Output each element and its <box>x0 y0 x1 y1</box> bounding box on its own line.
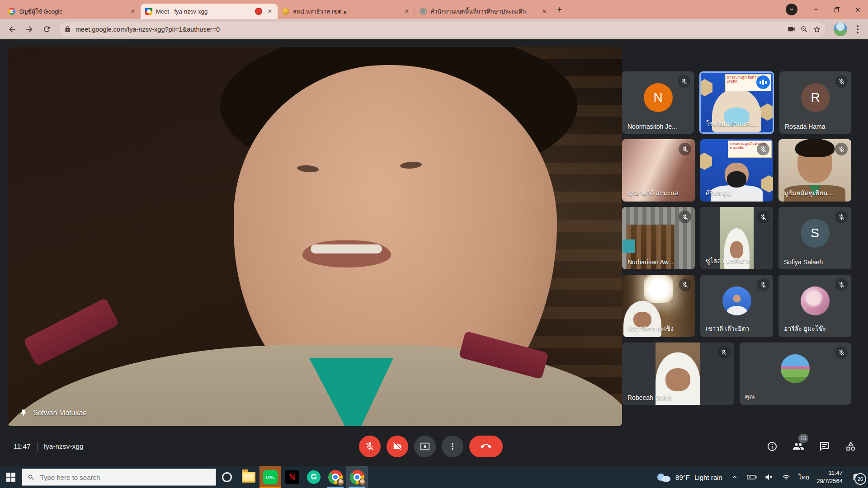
mic-off-icon <box>679 211 691 223</box>
weather-temp: 89°F <box>675 474 690 481</box>
grammarly-button[interactable]: G <box>303 466 325 488</box>
tab-close-icon[interactable] <box>129 7 137 15</box>
back-button[interactable] <box>5 22 20 37</box>
restore-button[interactable] <box>826 0 847 19</box>
participant-tile[interactable]: การอบรมลูกเสือต้านภัยยาเสพติด ศิริพร ยูน… <box>700 139 773 202</box>
battery-icon[interactable] <box>747 472 757 482</box>
meet-favicon <box>145 8 152 15</box>
tab-education-area-office[interactable]: สำนักงานเขตพื้นที่การศึกษาประถมศึก <box>415 4 552 19</box>
mic-toggle-button[interactable] <box>359 436 381 457</box>
mic-off-icon <box>835 346 848 359</box>
participant-name: คุณ <box>745 391 847 401</box>
bookmark-star-icon[interactable] <box>813 25 821 33</box>
clock-time: 11:47 <box>816 469 843 477</box>
chrome-button-active[interactable] <box>346 466 368 488</box>
cortana-button[interactable] <box>216 466 238 488</box>
participant-tile[interactable]: คุณ <box>740 343 852 405</box>
tab-close-icon[interactable] <box>403 7 411 15</box>
participant-name: ซูไฮลา มะดีเยาะ <box>706 256 769 266</box>
new-tab-button[interactable] <box>552 0 567 19</box>
notification-center-button[interactable]: 20 <box>850 471 863 483</box>
tray-expand-button[interactable] <box>730 472 740 482</box>
taskbar-weather[interactable]: 89°F Light rain <box>656 473 722 482</box>
tab-close-icon[interactable] <box>266 7 274 15</box>
participant-tile[interactable]: การอบรมลูกเสือต้านภัยยาเสพติด โรงเรียนบ้… <box>699 71 774 134</box>
participant-tile[interactable]: เชาวลี เล๊าะยีตา <box>700 275 773 337</box>
tab-close-icon[interactable] <box>540 7 548 15</box>
meeting-details-button[interactable] <box>766 440 778 453</box>
address-bar[interactable]: meet.google.com/fya-nzsv-xgg?pli=1&authu… <box>60 22 826 37</box>
participant-tile[interactable]: Robeeah Doloh <box>622 343 734 405</box>
tab-meet[interactable]: Meet - fya-nzsv-xgg <box>141 4 278 19</box>
participants-button[interactable]: 15 <box>792 440 805 453</box>
camera-in-use-icon[interactable] <box>787 25 796 33</box>
tab-title: บัญชีผู้ใช้ Google <box>19 7 125 16</box>
netflix-button[interactable]: N <box>281 466 303 488</box>
tab-google-account[interactable]: บัญชีผู้ใช้ Google <box>4 4 141 19</box>
taskbar-search[interactable] <box>22 469 216 486</box>
participant-tile[interactable]: นุรฮายาตี สะมะแอ <box>622 139 695 202</box>
mic-off-icon <box>757 211 769 223</box>
mic-off-icon <box>678 75 690 88</box>
taskbar-clock[interactable]: 11:47 29/7/2564 <box>816 469 843 485</box>
participant-tile[interactable]: N Noormasitoh Je... <box>622 71 694 134</box>
mic-off-icon <box>757 278 769 291</box>
zoom-icon[interactable] <box>800 25 808 33</box>
participant-tile[interactable]: S Sofiya Salaeh <box>778 207 851 269</box>
search-input[interactable] <box>39 473 210 482</box>
end-call-button[interactable] <box>469 436 503 457</box>
profile-avatar[interactable] <box>834 23 847 36</box>
grammarly-icon: G <box>307 470 321 484</box>
minimize-button[interactable] <box>806 0 826 19</box>
volume-muted-icon[interactable] <box>764 472 774 482</box>
media-control-button[interactable] <box>786 4 797 15</box>
camera-toggle-button[interactable] <box>387 436 408 457</box>
reload-button[interactable] <box>39 22 54 37</box>
avatar <box>801 286 830 315</box>
participant-name: Rosada Hama <box>785 123 847 130</box>
participant-name: สีตีอาทิตา มะเซ็ง <box>627 324 690 333</box>
participant-name: นุรฮายาตี สะมะแอ <box>627 188 690 198</box>
more-options-button[interactable] <box>442 436 463 457</box>
tab-title: สพป.นราธิวาส เขต ๑ <box>293 7 399 16</box>
language-indicator[interactable]: ไทย <box>798 472 809 482</box>
tab-title: สำนักงานเขตพื้นที่การศึกษาประถมศึก <box>430 7 537 16</box>
netflix-icon: N <box>285 470 299 484</box>
wifi-icon[interactable] <box>781 472 791 482</box>
lock-icon[interactable] <box>64 26 71 33</box>
line-app-button[interactable]: LINE <box>259 466 281 488</box>
mic-off-icon <box>679 278 691 291</box>
meeting-code: fya-nzsv-xgg <box>44 442 84 450</box>
tab-sapon-narathiwat[interactable]: สพป.นราธิวาส เขต ๑ <box>278 4 415 19</box>
google-favicon <box>8 8 15 15</box>
mic-off-icon <box>679 143 691 155</box>
browser-menu-button[interactable] <box>852 23 863 36</box>
participant-tile[interactable]: อารีล๊ะ ยูมะโซ๊ะ <box>778 275 851 337</box>
participant-name: โรงเรียนบ้านแคน... <box>706 119 768 129</box>
participant-tile[interactable]: R Rosada Hama <box>779 71 851 134</box>
windows-taskbar: LINE N G 89°F Light rain <box>0 466 868 488</box>
participant-name: Robeeah Doloh <box>627 394 730 401</box>
participant-name: เชาวลี เล๊าะยีตา <box>706 324 769 333</box>
chrome-button[interactable] <box>325 466 346 488</box>
participant-name: Noormasitoh Je... <box>627 123 689 130</box>
participant-tile[interactable]: Nurharisan Aw... <box>622 207 695 269</box>
participant-name: ศิริพร ยูนุ <box>706 188 769 198</box>
folder-icon <box>242 472 255 483</box>
main-video-tile[interactable]: Sofwan Matukae <box>8 47 622 426</box>
browser-tab-strip: บัญชีผู้ใช้ Google Meet - fya-nzsv-xgg ส… <box>0 0 868 19</box>
participant-tile[interactable]: ซูไฮลา มะดีเยาะ <box>700 207 773 269</box>
participant-name: มูฮัมหมัดซูเฟียน ... <box>784 188 847 198</box>
start-button[interactable] <box>0 466 22 488</box>
tab-title: Meet - fya-nzsv-xgg <box>156 8 251 15</box>
line-icon: LINE <box>263 470 278 484</box>
chat-button[interactable] <box>818 440 831 453</box>
mic-off-icon <box>757 143 769 155</box>
close-window-button[interactable] <box>847 0 868 19</box>
participant-tile[interactable]: สีตีอาทิตา มะเซ็ง <box>622 275 695 337</box>
file-explorer-button[interactable] <box>238 466 259 488</box>
present-button[interactable] <box>414 436 436 457</box>
activities-button[interactable] <box>844 440 857 453</box>
participant-tile[interactable]: มูฮัมหมัดซูเฟียน ... <box>778 139 851 202</box>
forward-button[interactable] <box>22 22 37 37</box>
